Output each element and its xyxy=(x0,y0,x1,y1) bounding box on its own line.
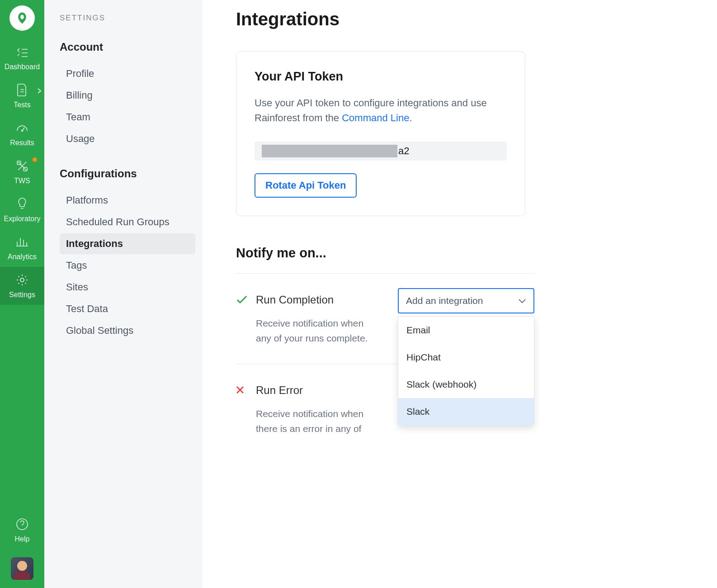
settings-link-scheduled-run-groups[interactable]: Scheduled Run Groups xyxy=(60,212,195,232)
check-icon xyxy=(236,295,250,306)
settings-sidebar: SETTINGS Account Profile Billing Team Us… xyxy=(44,0,203,588)
settings-section-title: Configurations xyxy=(60,167,203,180)
nav-item-help[interactable]: Help xyxy=(0,511,44,549)
chevron-right-icon xyxy=(37,88,42,95)
nav-item-analytics[interactable]: Analytics xyxy=(0,229,44,267)
rotate-api-token-button[interactable]: Rotate Api Token xyxy=(255,173,357,198)
integration-select-placeholder: Add an integration xyxy=(406,295,483,306)
nav-item-tests[interactable]: Tests xyxy=(0,77,44,115)
tws-icon xyxy=(15,159,29,173)
settings-link-platforms[interactable]: Platforms xyxy=(60,190,195,211)
x-icon xyxy=(236,386,250,396)
main-nav-sidebar: Dashboard Tests Results TWS Exploratory xyxy=(0,0,44,588)
api-token-desc-suffix: . xyxy=(409,112,412,123)
svg-point-3 xyxy=(20,278,24,282)
settings-link-profile[interactable]: Profile xyxy=(60,63,195,84)
settings-link-billing[interactable]: Billing xyxy=(60,85,195,106)
nav-label: Dashboard xyxy=(5,63,40,71)
api-token-field[interactable]: a2 xyxy=(255,142,507,161)
integration-select-wrap: Add an integration Email HipChat Slack (… xyxy=(398,288,534,313)
settings-link-integrations[interactable]: Integrations xyxy=(60,233,195,254)
logo[interactable] xyxy=(9,5,35,31)
dashboard-icon xyxy=(15,45,29,59)
page-title: Integrations xyxy=(236,9,717,29)
main-content: Integrations Your API Token Use your API… xyxy=(203,0,717,588)
notify-item-description: Receive notification when there is an er… xyxy=(256,407,378,436)
settings-section-configurations: Configurations Platforms Scheduled Run G… xyxy=(60,167,203,341)
nav-label: Analytics xyxy=(8,253,37,261)
nav-item-tws[interactable]: TWS xyxy=(0,153,44,191)
settings-link-test-data[interactable]: Test Data xyxy=(60,299,195,319)
api-token-suffix: a2 xyxy=(398,145,409,157)
dropdown-option-slack[interactable]: Slack xyxy=(398,398,534,425)
chevron-down-icon xyxy=(518,295,526,306)
nav-label: TWS xyxy=(14,177,30,185)
notify-item-title: Run Completion xyxy=(256,294,378,306)
avatar[interactable] xyxy=(11,557,33,580)
nav-label: Settings xyxy=(9,291,35,299)
settings-link-global-settings[interactable]: Global Settings xyxy=(60,320,195,341)
nav-item-results[interactable]: Results xyxy=(0,115,44,153)
integration-select[interactable]: Add an integration xyxy=(398,288,534,313)
nav-label: Tests xyxy=(14,101,30,109)
settings-section-account: Account Profile Billing Team Usage xyxy=(60,41,203,149)
nav-label: Results xyxy=(10,139,34,147)
notify-item-description: Receive notification when any of your ru… xyxy=(256,316,378,346)
nav-label: Exploratory xyxy=(4,215,41,223)
settings-header: SETTINGS xyxy=(60,14,203,23)
settings-link-sites[interactable]: Sites xyxy=(60,277,195,298)
nav-item-dashboard[interactable]: Dashboard xyxy=(0,39,44,77)
settings-link-tags[interactable]: Tags xyxy=(60,255,195,276)
nav-label: Help xyxy=(15,535,30,543)
dropdown-option-hipchat[interactable]: HipChat xyxy=(398,344,534,371)
nav-item-exploratory[interactable]: Exploratory xyxy=(0,191,44,229)
nav-item-settings[interactable]: Settings xyxy=(0,267,44,305)
api-token-title: Your API Token xyxy=(255,70,507,84)
exploratory-icon xyxy=(15,197,29,211)
notification-dot-icon xyxy=(33,157,37,162)
analytics-icon xyxy=(15,235,29,249)
command-line-link[interactable]: Command Line xyxy=(342,112,409,123)
settings-section-title: Account xyxy=(60,41,203,53)
tests-icon xyxy=(15,83,29,97)
api-token-card: Your API Token Use your API token to con… xyxy=(236,51,525,216)
dropdown-option-slack-webhook[interactable]: Slack (webhook) xyxy=(398,371,534,398)
notify-section-title: Notify me on... xyxy=(236,246,717,261)
results-icon xyxy=(15,121,29,135)
help-icon xyxy=(15,517,29,531)
api-token-description: Use your API token to configure integrat… xyxy=(255,95,507,125)
api-token-masked xyxy=(262,145,397,157)
settings-link-usage[interactable]: Usage xyxy=(60,128,195,149)
settings-link-team[interactable]: Team xyxy=(60,107,195,128)
integration-dropdown: Email HipChat Slack (webhook) Slack xyxy=(398,316,534,426)
notify-item-title: Run Error xyxy=(256,384,378,397)
dropdown-option-email[interactable]: Email xyxy=(398,317,534,344)
gear-icon xyxy=(15,273,29,287)
notify-item-run-completion: Run Completion Receive notification when… xyxy=(236,274,534,364)
